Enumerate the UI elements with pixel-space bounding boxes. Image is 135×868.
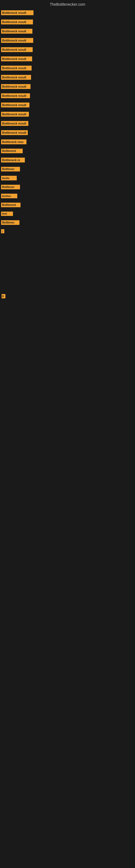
bottleneck-item-18: Bottlenec (0, 165, 135, 174)
bottleneck-item-9: Bottleneck result (0, 83, 135, 92)
spacer-1 (0, 236, 135, 290)
bottleneck-item-14: Bottleneck result (0, 129, 135, 138)
bottleneck-label-23: Bott (1, 212, 13, 216)
bottleneck-item-2: Bottleneck result (0, 18, 135, 27)
bottleneck-label-10: Bottleneck result (1, 93, 30, 98)
bottleneck-item-24: Bottlenec (0, 219, 135, 227)
bottleneck-item-16: Bottleneck (0, 147, 135, 156)
bottleneck-label-4: Bottleneck result (1, 38, 33, 43)
page-wrapper: TheBottlenecker.com Bottleneck resultBot… (0, 0, 135, 457)
bottleneck-label-21: Bottlen (1, 194, 17, 198)
bottleneck-label-22: Bottleneck (1, 203, 20, 207)
bottleneck-item-19: Bottle (0, 174, 135, 183)
bottleneck-item-11: Bottleneck result (0, 101, 135, 110)
bottleneck-label-7: Bottleneck result (1, 66, 32, 70)
bottleneck-label-16: Bottleneck (1, 149, 23, 153)
bottleneck-item-17: Bottleneck re (0, 156, 135, 165)
bottleneck-item-20: Bottlenec (0, 183, 135, 192)
bottleneck-label-17: Bottleneck re (1, 158, 25, 162)
bottleneck-label-11: Bottleneck result (1, 102, 30, 107)
bottleneck-item-10: Bottleneck result (0, 92, 135, 101)
bottleneck-label-18: Bottlenec (1, 167, 20, 172)
bottleneck-label-25: | (1, 229, 4, 233)
bottleneck-label-1: Bottleneck result (1, 10, 34, 15)
bottleneck-label-19: Bottle (1, 176, 17, 180)
site-title: TheBottlenecker.com (0, 0, 135, 9)
bottleneck-item-25: | (0, 227, 135, 236)
bottleneck-label-14: Bottleneck result (1, 130, 28, 135)
bottleneck-item-7: Bottleneck result (0, 64, 135, 73)
bottleneck-label-8: Bottleneck result (1, 75, 31, 80)
bottleneck-label-3: Bottleneck result (1, 29, 32, 34)
bottleneck-label-24: Bottlenec (1, 220, 19, 225)
bottleneck-item-23: Bott (0, 210, 135, 219)
spacer-bottom (0, 300, 135, 457)
bottleneck-item-8: Bottleneck result (0, 73, 135, 83)
bottleneck-item-5: Bottleneck result (0, 45, 135, 55)
bottleneck-label-20: Bottlenec (1, 185, 20, 189)
bottleneck-label-2: Bottleneck result (1, 20, 33, 24)
bottleneck-label-12: Bottleneck result (1, 112, 29, 117)
lone-label: B (2, 294, 5, 299)
bottleneck-label-13: Bottleneck result (1, 121, 28, 126)
bottleneck-label-6: Bottleneck result (1, 56, 32, 61)
bottleneck-item-15: Bottleneck resu (0, 138, 135, 147)
bottleneck-label-15: Bottleneck resu (1, 140, 27, 144)
bottleneck-label-9: Bottleneck result (1, 84, 31, 89)
bottleneck-item-1: Bottleneck result (0, 9, 135, 18)
bottleneck-item-21: Bottlen (0, 192, 135, 201)
lone-bottleneck-item: B (0, 293, 135, 300)
bottleneck-list: Bottleneck resultBottleneck resultBottle… (0, 9, 135, 236)
bottleneck-item-3: Bottleneck result (0, 27, 135, 36)
bottleneck-label-5: Bottleneck result (1, 47, 33, 52)
bottleneck-item-13: Bottleneck result (0, 119, 135, 129)
bottleneck-item-22: Bottleneck (0, 201, 135, 210)
bottleneck-item-6: Bottleneck result (0, 55, 135, 64)
bottleneck-item-12: Bottleneck result (0, 110, 135, 119)
bottleneck-item-4: Bottleneck result (0, 36, 135, 45)
